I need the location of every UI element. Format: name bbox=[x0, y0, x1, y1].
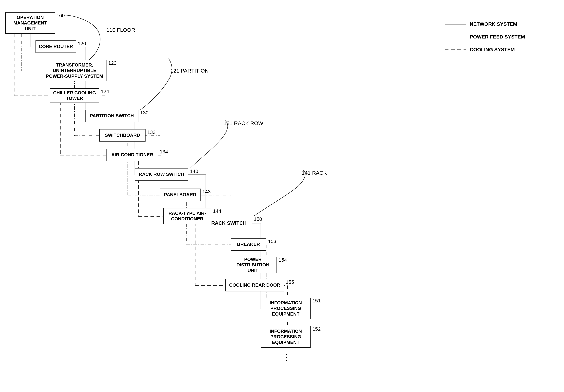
id-123: 123 bbox=[108, 60, 117, 66]
transformer-node: TRANSFORMER, UNINTERRUPTIBLE POWER-SUPPL… bbox=[42, 60, 106, 81]
id-154: 154 bbox=[279, 257, 287, 263]
air-conditioner-node: AIR-CONDITIONER bbox=[106, 149, 158, 161]
partition-label: 121 PARTITION bbox=[170, 68, 209, 74]
rack-row-label: 131 RACK ROW bbox=[224, 120, 263, 126]
info-proc-1-node: INFORMATION PROCESSING EQUIPMENT bbox=[261, 298, 310, 319]
id-153: 153 bbox=[268, 239, 276, 244]
rack-row-switch-node: RACK ROW SWITCH bbox=[135, 168, 188, 181]
legend-line-dashdot bbox=[445, 37, 466, 37]
floor-label: 110 FLOOR bbox=[106, 27, 135, 33]
id-150: 150 bbox=[254, 216, 262, 222]
legend: NETWORK SYSTEM POWER FEED SYSTEM COOLING… bbox=[445, 21, 525, 53]
rack-switch-node: RACK SWITCH bbox=[206, 216, 252, 230]
legend-power: POWER FEED SYSTEM bbox=[445, 34, 525, 40]
operation-mgmt-node: OPERATION MANAGEMENT UNIT bbox=[5, 13, 55, 34]
rack-type-ac-node: RACK-TYPE AIR- CONDITIONER bbox=[163, 208, 211, 224]
id-124: 124 bbox=[101, 89, 109, 94]
id-143: 143 bbox=[202, 189, 211, 195]
info-proc-2-node: INFORMATION PROCESSING EQUIPMENT bbox=[261, 326, 310, 348]
rack-label: 141 RACK bbox=[302, 170, 327, 176]
core-router-node: CORE ROUTER bbox=[35, 41, 76, 53]
legend-network-label: NETWORK SYSTEM bbox=[470, 21, 517, 27]
id-144: 144 bbox=[213, 208, 221, 214]
legend-network: NETWORK SYSTEM bbox=[445, 21, 525, 27]
diagram: OPERATION MANAGEMENT UNIT 160 CORE ROUTE… bbox=[0, 0, 564, 392]
breaker-node: BREAKER bbox=[231, 238, 266, 251]
id-160: 160 bbox=[56, 13, 65, 18]
cooling-rear-node: COOLING REAR DOOR bbox=[226, 279, 284, 291]
id-133: 133 bbox=[147, 130, 156, 135]
chiller-node: CHILLER COOLING TOWER bbox=[50, 88, 99, 103]
legend-line-dashed bbox=[445, 50, 466, 50]
legend-power-label: POWER FEED SYSTEM bbox=[470, 34, 525, 40]
legend-cooling: COOLING SYSTEM bbox=[445, 47, 525, 53]
id-134: 134 bbox=[160, 149, 168, 155]
continuation-dots: ⋮ bbox=[282, 352, 291, 362]
partition-switch-node: PARTITION SWITCH bbox=[85, 110, 139, 122]
legend-line-solid bbox=[445, 24, 466, 25]
id-155: 155 bbox=[286, 279, 294, 285]
id-152: 152 bbox=[312, 326, 321, 332]
legend-cooling-label: COOLING SYSTEM bbox=[470, 47, 515, 53]
switchboard-node: SWITCHBOARD bbox=[99, 129, 145, 142]
id-151: 151 bbox=[312, 298, 321, 304]
panelboard-node: PANELBOARD bbox=[160, 189, 200, 201]
id-140: 140 bbox=[190, 168, 198, 174]
id-130: 130 bbox=[140, 110, 149, 116]
power-dist-node: POWER DISTRIBUTION UNIT bbox=[229, 257, 277, 273]
id-120: 120 bbox=[78, 41, 86, 46]
